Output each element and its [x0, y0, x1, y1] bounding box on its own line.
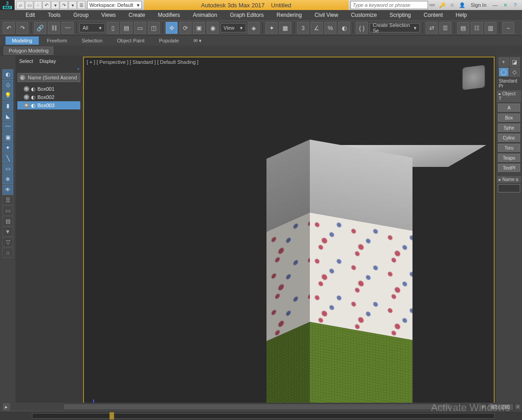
menu-group[interactable]: Group: [68, 11, 94, 19]
menu-create[interactable]: Create: [123, 11, 151, 19]
textplus-button[interactable]: TextPl: [498, 164, 520, 172]
redo-icon[interactable]: ↷: [60, 1, 68, 9]
geometry-cat-icon[interactable]: ◯: [499, 67, 509, 77]
menu-views[interactable]: Views: [96, 11, 121, 19]
undo-icon[interactable]: ↶: [42, 1, 51, 9]
viewport-object[interactable]: [266, 140, 449, 420]
tab-objectpaint[interactable]: Object Paint: [111, 36, 151, 45]
rollout-name-color[interactable]: ▸ Name a: [497, 176, 521, 183]
create-tab-icon[interactable]: +: [499, 57, 509, 67]
mirror-button[interactable]: ⇄: [426, 22, 438, 34]
menu-tools[interactable]: Tools: [42, 11, 66, 19]
cameras-icon[interactable]: ▮: [2, 101, 13, 111]
bind-button[interactable]: 〰: [62, 22, 73, 34]
snap3-button[interactable]: 3: [297, 22, 309, 34]
filter2-icon[interactable]: ▽: [2, 237, 13, 247]
key-icon[interactable]: 🔑: [438, 1, 446, 9]
named-sel-dropdown[interactable]: Create Selection Se▾: [370, 23, 420, 32]
tab-freeform[interactable]: Freeform: [41, 36, 74, 45]
frozen-icon[interactable]: ❄: [2, 174, 13, 184]
workspace-dropdown[interactable]: Workspace: Default▾: [87, 1, 142, 9]
pivot-button[interactable]: ◈: [248, 22, 260, 34]
scene-explorer-header[interactable]: ◐ Name (Sorted Ascend: [17, 73, 80, 82]
project-icon[interactable]: ☰: [77, 1, 85, 9]
list-item[interactable]: 👁◐Box001: [17, 85, 80, 93]
sign-in-button[interactable]: Sign In: [468, 2, 489, 8]
tab-populate[interactable]: Populate: [152, 36, 185, 45]
lights-icon[interactable]: 💡: [2, 90, 13, 100]
viewcube[interactable]: [463, 65, 485, 90]
bone-icon[interactable]: ╲: [2, 153, 13, 163]
filter-icon[interactable]: ▼: [2, 227, 13, 237]
scene-explorer-button[interactable]: ☷: [471, 22, 483, 34]
window-cross-button[interactable]: ◫: [148, 22, 160, 34]
placement-button[interactable]: ◉: [207, 22, 219, 34]
menu-content[interactable]: Content: [418, 11, 449, 19]
subtab-polygon-modeling[interactable]: Polygon Modeling: [4, 47, 53, 55]
save-icon[interactable]: ▫: [34, 1, 42, 9]
cylinder-button[interactable]: Cylinc: [498, 134, 520, 142]
layer-button[interactable]: ▤: [457, 22, 469, 34]
user-icon[interactable]: 👤: [458, 1, 466, 9]
name-input[interactable]: [498, 184, 520, 192]
geometry-icon[interactable]: ◇: [2, 80, 13, 90]
search-input[interactable]: [350, 1, 428, 9]
link-button[interactable]: 🔗: [34, 22, 46, 34]
containers-icon[interactable]: ▭: [2, 164, 13, 174]
display-all-icon[interactable]: ◐: [2, 69, 13, 79]
curve-editor-button[interactable]: ~: [502, 22, 514, 34]
keymode-button[interactable]: ▦: [279, 22, 291, 34]
scene-explorer-scrollbar[interactable]: [63, 404, 452, 410]
binoculars-icon[interactable]: 👓: [428, 1, 436, 9]
shapes-cat-icon[interactable]: ◇: [510, 67, 520, 77]
lock-icon[interactable]: ⌂: [2, 248, 13, 258]
tab-modeling[interactable]: Modeling: [5, 36, 39, 45]
angle-snap-button[interactable]: ∠: [311, 22, 323, 34]
select-button[interactable]: ▯: [107, 22, 119, 34]
star-icon[interactable]: ☆: [448, 1, 456, 9]
percent-snap-button[interactable]: %: [324, 22, 336, 34]
torus-button[interactable]: Toru: [498, 144, 520, 152]
select-name-button[interactable]: ▤: [120, 22, 132, 34]
menu-edit[interactable]: Edit: [20, 11, 41, 19]
undo-button[interactable]: ↶: [3, 22, 15, 34]
app-logo[interactable]: 3MAX: [0, 0, 15, 10]
minimize-icon[interactable]: —: [491, 1, 499, 9]
teapot-button[interactable]: Teapo: [498, 154, 520, 162]
menu-customize[interactable]: Customize: [345, 11, 382, 19]
help-icon[interactable]: ?: [511, 1, 519, 9]
dd-icon[interactable]: ▾: [51, 1, 59, 9]
menu-modifiers[interactable]: Modifiers: [152, 11, 186, 19]
menu-civilview[interactable]: Civil View: [309, 11, 344, 19]
rotate-button[interactable]: ⟳: [179, 22, 191, 34]
box-button[interactable]: Box: [498, 114, 520, 122]
viewport[interactable]: [ + ] [ Perspective ] [ Standard ] [ Def…: [83, 57, 495, 420]
open-icon[interactable]: ▭: [25, 1, 33, 9]
ref-coord-dropdown[interactable]: View▾: [220, 23, 246, 32]
collapse-icon[interactable]: »: [16, 67, 82, 71]
scale-button[interactable]: ▣: [193, 22, 205, 34]
menu-help[interactable]: Help: [450, 11, 473, 19]
menu-animation[interactable]: Animation: [188, 11, 223, 19]
groups-icon[interactable]: ▣: [2, 132, 13, 142]
rect-select-button[interactable]: ▭: [134, 22, 146, 34]
autogrid-checkbox[interactable]: A: [498, 104, 520, 112]
hidden-icon[interactable]: 👁: [2, 185, 13, 195]
dd2-icon[interactable]: ▾: [68, 1, 77, 9]
move-button[interactable]: ✥: [166, 22, 177, 34]
manip-button[interactable]: ✦: [266, 22, 277, 34]
menu-grapheditors[interactable]: Graph Editors: [224, 11, 269, 19]
menu-scripting[interactable]: Scripting: [384, 11, 417, 19]
ribbon-button[interactable]: ▥: [485, 22, 496, 34]
sphere-button[interactable]: Sphe: [498, 124, 520, 132]
list-item[interactable]: 👁◐Box003: [17, 101, 80, 109]
frame-next-icon[interactable]: >: [515, 404, 521, 410]
modify-tab-icon[interactable]: ◪: [510, 57, 520, 67]
tab-select[interactable]: Select: [19, 58, 33, 64]
exchange-icon[interactable]: ✕: [501, 1, 509, 9]
ribbon-mail-icon[interactable]: ✉ ▾: [187, 36, 208, 45]
menu-rendering[interactable]: Rendering: [271, 11, 307, 19]
space-warps-icon[interactable]: 〰: [2, 122, 13, 132]
tab-display[interactable]: Display: [40, 58, 56, 64]
redo-button[interactable]: ↷: [16, 22, 28, 34]
